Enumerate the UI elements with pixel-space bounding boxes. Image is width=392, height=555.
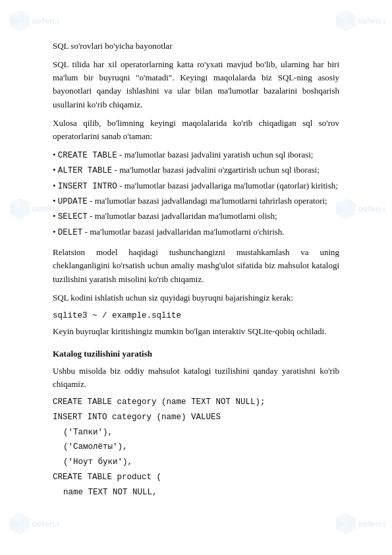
list-item: UPDATE - ma'lumotlar bazasi jadvallandag… <box>53 194 339 208</box>
code-line-5: ('Ноут буки'), <box>53 456 339 469</box>
code-line-1: CREATE TABLE category (name TEXT NOT NUL… <box>53 396 339 409</box>
intro-para1: SQL tilida har xil operatorlarning katta… <box>53 58 339 111</box>
list-item: INSERT INTRO - ma'lumotlar bazasi jadval… <box>53 179 339 193</box>
code-line-6: CREATE TABLE product ( <box>53 471 339 484</box>
para-sql-kodini: SQL kodini ishlatish uchun siz quyidagi … <box>53 291 339 305</box>
intro-para2: Xulosa qilib, bo'limning keyingi maqolal… <box>53 117 339 143</box>
code-block-section: CREATE TABLE category (name TEXT NOT NUL… <box>53 396 339 498</box>
command-line: sqlite3 ~ / example.sqlite <box>53 310 339 322</box>
para-relatsion: Relatsion model haqidagi tushunchangizni… <box>53 246 339 285</box>
page-content: SQL so'rovlari bo'yicha bayonotlar SQL t… <box>0 0 392 540</box>
para-katalog: Ushbu misolda biz oddiy mahsulot katalog… <box>53 365 339 391</box>
list-item: CREATE TABLE - ma'lumotlar bazasi jadval… <box>53 148 339 162</box>
page-heading: SQL so'rovlari bo'yicha bayonotlar <box>53 40 339 53</box>
list-item: ALTER TABLE - ma'lumotlar bazasi jadvali… <box>53 163 339 177</box>
para-keyin: Keyin buyruqlar kiritishingiz mumkin bo'… <box>53 325 339 338</box>
code-line-2: INSERT INTO category (name) VALUES <box>53 411 339 424</box>
section-katalog: Katalog tuzilishini yaratish <box>53 347 339 361</box>
code-line-7: name TEXT NOT NULL, <box>53 486 339 499</box>
bullet-list: CREATE TABLE - ma'lumotlar bazasi jadval… <box>53 148 339 239</box>
list-item: DELET - ma'lumotlar bazasi jadvallaridan… <box>53 225 339 239</box>
code-line-4: ('Самолёты'), <box>53 441 339 453</box>
code-line-3: ('Тапки'), <box>53 426 339 439</box>
list-item: SELECT - ma'lumotlar bazasi jadvallarida… <box>53 210 339 223</box>
